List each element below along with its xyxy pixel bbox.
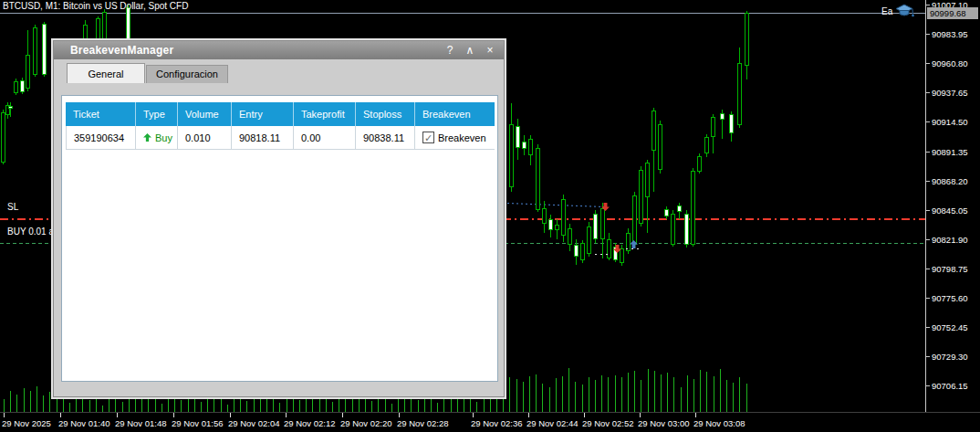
time-tick-label: 29 Nov 02:44 <box>526 418 579 428</box>
candle <box>516 126 520 148</box>
price-tick-label: 90729.30 <box>932 352 968 362</box>
candle <box>568 228 572 245</box>
candle <box>600 208 605 239</box>
price-tick-label: 90868.20 <box>932 176 968 186</box>
candle <box>8 106 13 109</box>
time-tick-label: 29 Nov 02:28 <box>397 418 449 428</box>
cell-stoploss: 90838.11 <box>356 126 415 150</box>
price-tick-label: 90983.95 <box>932 29 968 39</box>
candle <box>14 81 18 93</box>
breakeven-checkbox-label: Breakeven <box>438 126 486 150</box>
candle <box>704 137 709 153</box>
candle <box>555 225 559 230</box>
column-header-volume: Volume <box>178 102 232 126</box>
candle <box>587 227 591 254</box>
price-axis[interactable]: 91007.1090983.9590960.8090937.6590914.50… <box>925 0 980 412</box>
time-tick-label: 29 Nov 01:48 <box>115 418 167 428</box>
current-bid-tag: 90999.68 <box>927 7 978 19</box>
candle <box>711 117 715 137</box>
candle <box>729 114 734 133</box>
graduation-cap-icon <box>895 4 915 18</box>
candle <box>745 13 749 66</box>
terminal-window: BTCUSD, M1: Bitcoin vs US Dollar, Spot C… <box>0 0 980 432</box>
candle <box>652 111 656 151</box>
price-tick-label: 90821.90 <box>932 235 968 245</box>
expert-advisor-label: Ea <box>881 6 892 16</box>
cell-entry: 90818.11 <box>232 126 294 150</box>
sl-line-label: SL <box>7 202 18 212</box>
candle <box>561 199 566 236</box>
candle <box>658 124 662 170</box>
price-tick-label: 90752.45 <box>932 322 968 332</box>
candle <box>574 245 579 257</box>
tab-configuracion[interactable]: Configuracion <box>146 65 228 83</box>
panel-titlebar[interactable]: BreakevenManager ? ∧ × <box>54 41 504 59</box>
time-tick-label: 29 Nov 02:52 <box>582 418 634 428</box>
chart-symbol-title: BTCUSD, M1: Bitcoin vs US Dollar, Spot C… <box>3 1 188 11</box>
column-header-breakeven: Breakeven <box>415 102 495 126</box>
price-tick-label: 90960.80 <box>932 58 968 68</box>
expert-advisor-indicator[interactable]: Ea <box>881 4 915 18</box>
time-tick-label: 29 Nov 2025 <box>2 418 51 428</box>
cell-breakeven: ✓ Breakeven <box>415 126 495 150</box>
candle <box>620 248 624 263</box>
candle <box>542 208 547 224</box>
candle <box>580 243 585 260</box>
cell-takeprofit: 0.00 <box>294 126 356 150</box>
close-button[interactable]: × <box>484 44 496 57</box>
column-header-takeprofit: Takeprofit <box>294 102 356 126</box>
collapse-button[interactable]: ∧ <box>464 44 476 57</box>
price-tick-label: 90937.65 <box>932 88 968 98</box>
time-axis[interactable]: 29 Nov 202529 Nov 01:4029 Nov 01:4829 No… <box>0 412 980 432</box>
candle <box>1 112 5 163</box>
price-tick-label: 90845.05 <box>932 205 968 216</box>
candle <box>720 113 725 120</box>
column-header-entry: Entry <box>232 102 294 126</box>
cell-ticket: 359190634 <box>66 126 136 150</box>
column-header-type: Type <box>136 102 178 126</box>
time-tick-label: 29 Nov 03:00 <box>638 418 690 428</box>
candle <box>607 239 611 258</box>
breakeven-checkbox[interactable]: ✓ <box>422 132 434 143</box>
candle <box>26 55 30 89</box>
candle <box>593 214 598 239</box>
positions-list-container: Ticket Type Volume Entry Takeprofit Stop… <box>61 95 498 382</box>
tab-general[interactable]: General <box>67 63 145 83</box>
panel-tab-strip: General Configuracion <box>54 59 504 83</box>
time-tick-label: 29 Nov 03:08 <box>693 418 745 428</box>
buy-position-label: BUY 0.01 a <box>7 227 54 237</box>
price-tick-label: 90706.15 <box>932 381 968 391</box>
price-tick-label: 90891.35 <box>932 147 968 157</box>
column-header-stoploss: Stoploss <box>356 102 415 126</box>
candle <box>42 24 47 75</box>
candle <box>691 171 695 245</box>
candle <box>509 124 514 187</box>
candle <box>677 205 682 212</box>
position-row[interactable]: 359190634 Buy 0.010 90818.11 0.00 90838.… <box>66 126 495 150</box>
time-tick-label: 29 Nov 02:04 <box>228 418 280 428</box>
cell-type-label: Buy <box>155 126 172 150</box>
candle <box>33 27 37 75</box>
cell-type: Buy <box>136 126 178 150</box>
help-button[interactable]: ? <box>443 44 456 57</box>
time-tick-label: 29 Nov 01:56 <box>172 418 224 428</box>
buy-arrow-icon <box>143 133 151 142</box>
breakeven-manager-panel: BreakevenManager ? ∧ × General Configura… <box>53 40 505 397</box>
candle <box>671 214 675 245</box>
column-header-ticket: Ticket <box>66 102 136 126</box>
time-tick-label: 29 Nov 02:12 <box>284 418 336 428</box>
candle <box>664 209 669 216</box>
candle <box>528 139 533 155</box>
candle <box>697 156 702 172</box>
order-trail-line <box>507 203 604 207</box>
candle <box>645 163 650 197</box>
candle <box>536 148 540 210</box>
candle <box>548 219 553 230</box>
candle <box>737 63 742 125</box>
price-tick-label: 90798.75 <box>932 264 968 274</box>
time-tick-label: 29 Nov 01:40 <box>58 418 110 428</box>
time-tick-label: 29 Nov 02:36 <box>471 418 523 428</box>
candle <box>684 214 689 245</box>
table-header-row: Ticket Type Volume Entry Takeprofit Stop… <box>66 102 495 126</box>
positions-table: Ticket Type Volume Entry Takeprofit Stop… <box>66 102 495 150</box>
